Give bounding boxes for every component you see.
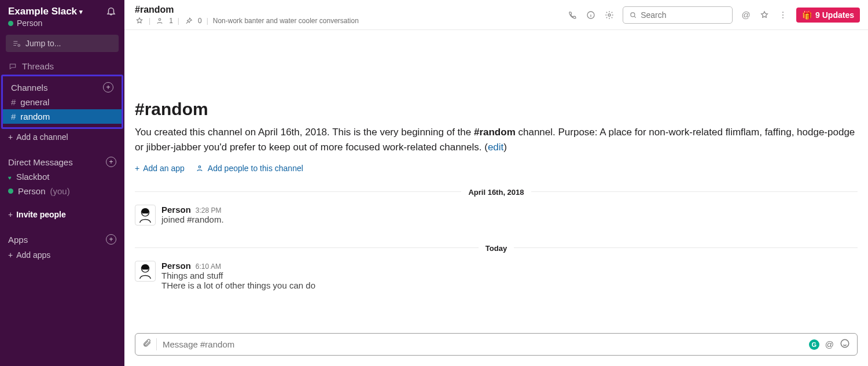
svg-point-0: [18, 45, 20, 47]
message-author[interactable]: Person: [161, 261, 191, 271]
svg-point-4: [631, 12, 635, 16]
svg-point-7: [782, 17, 784, 18]
date-divider-label: April 16th, 2018: [461, 188, 531, 197]
plus-icon: [8, 250, 13, 260]
jump-to[interactable]: Jump to...: [6, 35, 119, 52]
channels-header-label: Channels: [11, 83, 47, 93]
search-box[interactable]: [623, 6, 733, 24]
add-people-link[interactable]: Add people to this channel: [195, 164, 303, 173]
channel-header: #random | 1 | 0 | Non-work banter and wa…: [124, 0, 868, 30]
star-icon[interactable]: [135, 16, 144, 25]
dm-header[interactable]: Direct Messages +: [0, 151, 124, 169]
phone-icon[interactable]: [567, 10, 578, 20]
search-icon: [629, 10, 637, 20]
svg-point-6: [782, 14, 784, 16]
add-apps-link[interactable]: Add apps: [0, 247, 124, 263]
dm-item-self[interactable]: Person (you): [0, 184, 124, 198]
workspace-header: Example Slack ▾ Person: [0, 0, 124, 32]
member-count[interactable]: 1: [169, 17, 173, 25]
channel-meta: | 1 | 0 | Non-work banter and water cool…: [135, 16, 359, 25]
svg-point-11: [841, 339, 849, 347]
composer[interactable]: G @: [135, 333, 858, 356]
edit-purpose-link[interactable]: edit: [488, 142, 503, 153]
add-channel-link[interactable]: Add a channel: [0, 129, 124, 145]
jump-icon: [12, 39, 21, 48]
channel-item-random[interactable]: # random: [3, 109, 122, 124]
composer-area: G @: [124, 327, 868, 366]
heart-presence-icon: [8, 172, 12, 182]
avatar[interactable]: [135, 261, 156, 282]
svg-point-5: [782, 12, 784, 13]
emoji-icon[interactable]: [840, 338, 850, 350]
svg-point-3: [608, 14, 610, 16]
message-item[interactable]: Person 3:28 PM joined #random.: [135, 201, 858, 229]
add-app-link[interactable]: + Add an app: [135, 164, 185, 173]
main: #random | 1 | 0 | Non-work banter and wa…: [124, 0, 868, 366]
invite-people-link[interactable]: Invite people: [0, 206, 124, 223]
threads-icon: [8, 62, 17, 71]
info-icon[interactable]: [586, 10, 596, 20]
presence-dot-icon: [8, 188, 13, 194]
svg-point-1: [159, 18, 161, 20]
add-channel-label: Add a channel: [16, 132, 68, 142]
chevron-down-icon: ▾: [79, 8, 83, 16]
channel-name: general: [20, 97, 49, 107]
threads-label: Threads: [22, 61, 54, 71]
workspace-name: Example Slack: [8, 6, 77, 17]
message-time: 3:28 PM: [196, 206, 222, 215]
invite-people-label: Invite people: [16, 210, 66, 219]
more-icon[interactable]: [778, 10, 788, 20]
dm-header-label: Direct Messages: [8, 157, 73, 167]
gift-icon: [802, 10, 812, 20]
threads-link[interactable]: Threads: [0, 58, 124, 75]
current-user[interactable]: Person: [8, 19, 83, 28]
intro-title: #random: [135, 99, 858, 119]
message-item[interactable]: Person 6:10 AM Things and stuff THere is…: [135, 257, 858, 294]
dm-item-slackbot[interactable]: Slackbot: [0, 169, 124, 184]
plus-icon: [8, 210, 13, 219]
person-icon: [155, 16, 164, 25]
channels-section-highlight: Channels + # general # random: [1, 75, 123, 129]
svg-point-8: [198, 166, 201, 168]
dm-name: Person: [18, 186, 46, 196]
presence-dot-icon: [8, 21, 13, 26]
intro-text: You created this channel on April 16th, …: [135, 125, 858, 156]
message-input[interactable]: [163, 339, 803, 349]
message-text: joined #random.: [161, 215, 858, 224]
workspace-switcher[interactable]: Example Slack ▾: [8, 6, 83, 17]
channel-topic[interactable]: Non-work banter and water cooler convers…: [213, 17, 359, 25]
message-text: THere is a lot of other things you can d…: [161, 280, 858, 290]
pin-icon: [184, 16, 193, 25]
apps-header-label: Apps: [8, 235, 28, 245]
avatar[interactable]: [135, 205, 156, 225]
add-app-icon[interactable]: +: [106, 234, 116, 245]
dm-name: Slackbot: [16, 172, 50, 182]
updates-label: 9 Updates: [815, 10, 854, 20]
new-dm-icon[interactable]: +: [106, 157, 116, 167]
apps-header[interactable]: Apps +: [0, 228, 124, 247]
hash-icon: #: [11, 112, 16, 121]
hash-icon: #: [11, 97, 16, 107]
paperclip-icon[interactable]: [142, 338, 157, 350]
mention-icon[interactable]: @: [825, 339, 834, 349]
message-author[interactable]: Person: [161, 205, 191, 215]
channel-item-general[interactable]: # general: [3, 95, 122, 109]
bell-icon[interactable]: [106, 6, 116, 19]
plus-icon: [8, 132, 13, 142]
pin-count[interactable]: 0: [198, 17, 202, 25]
channel-title[interactable]: #random: [135, 5, 359, 15]
star-outline-icon[interactable]: [759, 10, 770, 20]
add-channel-icon[interactable]: +: [103, 82, 113, 93]
date-divider: April 16th, 2018: [135, 187, 858, 197]
gear-icon[interactable]: [604, 10, 615, 20]
channel-name: random: [20, 112, 50, 121]
message-pane[interactable]: #random You created this channel on Apri…: [124, 30, 868, 327]
date-divider-label: Today: [479, 244, 514, 253]
grammarly-icon[interactable]: G: [809, 339, 819, 350]
updates-button[interactable]: 9 Updates: [796, 8, 860, 23]
search-input[interactable]: [641, 10, 726, 20]
mention-icon[interactable]: @: [741, 10, 751, 20]
channels-header[interactable]: Channels +: [3, 76, 122, 95]
sidebar: Example Slack ▾ Person Jump to... Thread…: [0, 0, 124, 366]
plus-icon: +: [135, 164, 139, 173]
